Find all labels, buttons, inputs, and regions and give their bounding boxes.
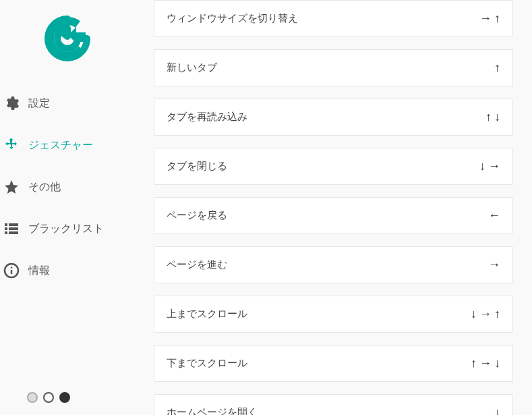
arrow-right-icon: →	[479, 307, 492, 321]
sidebar-item-settings[interactable]: 設定	[0, 82, 135, 124]
gesture-label: ホームページを開く	[167, 406, 258, 415]
gesture-label: タブを閉じる	[167, 160, 227, 173]
svg-rect-6	[9, 231, 18, 234]
gesture-directions: →↑	[479, 11, 500, 26]
svg-point-9	[11, 267, 12, 268]
gesture-item[interactable]: ページを戻る←	[154, 197, 513, 234]
gesture-label: 新しいタブ	[167, 61, 217, 74]
gesture-directions: →	[488, 258, 500, 272]
theme-selector	[27, 392, 70, 403]
gesture-label: ページを進む	[167, 258, 227, 271]
gesture-label: ウィンドウサイズを切り替え	[167, 12, 298, 25]
arrow-up-icon: ↑	[494, 11, 500, 26]
gesture-list: ウィンドウサイズを切り替え→↑新しいタブ↑タブを再読み込み↑↓タブを閉じる↓→ペ…	[154, 0, 513, 415]
sidebar-item-label: その他	[28, 180, 61, 194]
svg-rect-1	[5, 223, 7, 226]
gesture-directions: ↓→↑	[471, 307, 500, 321]
arrow-down-icon: ↓	[471, 307, 477, 321]
arrow-left-icon: ←	[488, 209, 500, 223]
gesture-item[interactable]: ウィンドウサイズを切り替え→↑	[154, 0, 513, 37]
arrow-right-icon: →	[488, 159, 500, 173]
gesture-item[interactable]: 新しいタブ↑	[154, 49, 513, 86]
gesture-label: 下までスクロール	[167, 357, 247, 370]
gesture-item[interactable]: 上までスクロール↓→↑	[154, 296, 513, 333]
move-icon	[3, 136, 20, 154]
gesture-directions: ↓→	[479, 159, 500, 173]
gesture-label: 上までスクロール	[167, 308, 247, 321]
arrow-up-icon: ↑	[485, 110, 492, 124]
gesture-label: ページを戻る	[167, 209, 227, 222]
info-icon	[3, 262, 20, 279]
main-content: ウィンドウサイズを切り替え→↑新しいタブ↑タブを再読み込み↑↓タブを閉じる↓→ペ…	[135, 0, 532, 415]
gear-icon	[3, 94, 20, 112]
gesture-directions: ↓	[494, 406, 500, 415]
sidebar-item-info[interactable]: 情報	[0, 250, 135, 292]
sidebar-item-gestures[interactable]: ジェスチャー	[0, 124, 135, 166]
arrow-down-icon: ↓	[494, 110, 500, 124]
sidebar-item-other[interactable]: その他	[0, 166, 135, 208]
sidebar-item-label: 設定	[28, 96, 50, 111]
sidebar-item-blacklist[interactable]: ブラックリスト	[0, 208, 135, 250]
svg-rect-5	[5, 231, 7, 234]
theme-dot-dark[interactable]	[59, 392, 70, 403]
gesture-directions: ↑→↓	[471, 356, 500, 370]
gesture-item[interactable]: タブを再読み込み↑↓	[154, 99, 513, 136]
arrow-right-icon: →	[488, 258, 500, 272]
gesture-item[interactable]: タブを閉じる↓→	[154, 148, 513, 185]
arrow-right-icon: →	[479, 11, 492, 26]
arrow-right-icon: →	[479, 356, 492, 370]
arrow-down-icon: ↓	[494, 406, 500, 415]
sidebar: 設定 ジェスチャー その他 ブラックリスト 情報	[0, 0, 135, 415]
sidebar-item-label: ジェスチャー	[28, 138, 93, 153]
sidebar-item-label: 情報	[28, 264, 50, 278]
svg-rect-3	[5, 227, 7, 230]
gesture-directions: ↑↓	[485, 110, 500, 124]
arrow-down-icon: ↓	[479, 159, 485, 173]
app-logo	[44, 15, 91, 62]
gesture-label: タブを再読み込み	[167, 111, 247, 123]
arrow-up-icon: ↑	[494, 61, 500, 75]
gesture-item[interactable]: ホームページを開く↓	[154, 394, 513, 415]
svg-rect-2	[9, 223, 18, 226]
arrow-up-icon: ↑	[494, 307, 500, 321]
arrow-up-icon: ↑	[471, 356, 477, 370]
theme-dot-light[interactable]	[27, 392, 38, 403]
theme-dot-outline[interactable]	[43, 392, 54, 403]
svg-rect-4	[9, 227, 18, 230]
star-icon	[3, 178, 20, 196]
gesture-directions: ←	[488, 209, 500, 223]
gesture-directions: ↑	[494, 61, 500, 75]
list-icon	[3, 220, 20, 238]
logo-wrap	[0, 8, 135, 82]
gesture-item[interactable]: ページを進む→	[154, 246, 513, 283]
gesture-item[interactable]: 下までスクロール↑→↓	[154, 345, 513, 382]
arrow-down-icon: ↓	[494, 356, 500, 370]
sidebar-item-label: ブラックリスト	[28, 222, 104, 236]
